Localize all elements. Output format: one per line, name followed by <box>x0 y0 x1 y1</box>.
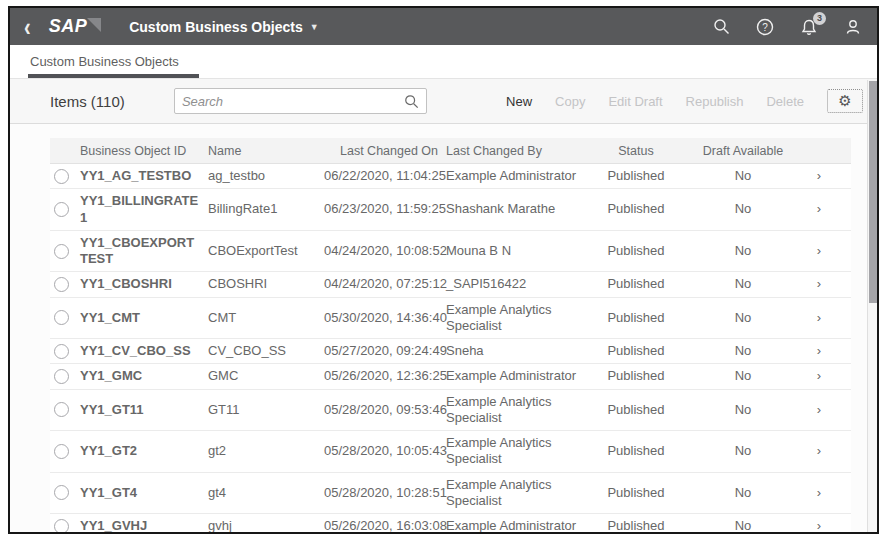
notification-badge: 3 <box>813 12 826 25</box>
app-window: ‹ SAP Custom Business Objects ▼ ? 3 Cust… <box>8 6 879 534</box>
cell-draft-available: No <box>688 514 806 534</box>
cell-status: Published <box>592 514 688 534</box>
row-select-radio[interactable] <box>54 310 69 325</box>
cell-draft-available: No <box>688 481 806 505</box>
cell-name: GT11 <box>208 398 324 422</box>
cell-name: gt2 <box>208 439 324 463</box>
help-icon[interactable]: ? <box>755 17 775 37</box>
row-select-radio[interactable] <box>54 485 69 500</box>
cell-last-changed-by: Shashank Marathe <box>446 197 592 221</box>
row-select-radio[interactable] <box>54 244 69 259</box>
search-field[interactable] <box>174 88 427 114</box>
cell-business-object-id: YY1_AG_TESTBO <box>80 164 208 188</box>
app-title-menu[interactable]: Custom Business Objects ▼ <box>129 19 318 35</box>
table-row[interactable]: YY1_GT2 gt2 05/28/2020, 10:05:43 Example… <box>50 431 851 473</box>
cell-name: gvhj <box>208 514 324 534</box>
copy-button[interactable]: Copy <box>555 94 585 109</box>
cell-business-object-id: YY1_CMT <box>80 306 208 330</box>
table-header-row: Business Object ID Name Last Changed On … <box>50 138 851 164</box>
cell-draft-available: No <box>688 164 806 188</box>
cell-status: Published <box>592 339 688 363</box>
row-select-radio[interactable] <box>54 402 69 417</box>
table-row[interactable]: YY1_GMC GMC 05/26/2020, 12:36:25 Example… <box>50 364 851 389</box>
cell-last-changed-on: 05/30/2020, 14:36:40 <box>324 306 446 330</box>
row-select-radio[interactable] <box>54 369 69 384</box>
row-navigate-chevron-icon[interactable]: › <box>806 306 840 330</box>
cell-last-changed-on: 05/27/2020, 09:24:49 <box>324 339 446 363</box>
column-header-business-object-id: Business Object ID <box>80 139 208 163</box>
table-row[interactable]: YY1_GT11 GT11 05/28/2020, 09:53:46 Examp… <box>50 390 851 432</box>
cell-business-object-id: YY1_CBOEXPORTTEST <box>80 231 208 272</box>
title-dropdown-icon: ▼ <box>310 22 319 32</box>
table-row[interactable]: YY1_CBOSHRI CBOSHRI 04/24/2020, 07:25:12… <box>50 272 851 297</box>
gear-icon: ⚙ <box>838 92 851 110</box>
table-row[interactable]: YY1_AG_TESTBO ag_testbo 06/22/2020, 11:0… <box>50 164 851 189</box>
search-input[interactable] <box>182 94 404 109</box>
cell-name: CBOExportTest <box>208 239 324 263</box>
row-navigate-chevron-icon[interactable]: › <box>806 164 840 188</box>
cell-status: Published <box>592 197 688 221</box>
app-title: Custom Business Objects <box>129 19 303 35</box>
cell-status: Published <box>592 398 688 422</box>
notifications-bell-icon[interactable]: 3 <box>799 17 819 37</box>
table-row[interactable]: YY1_CBOEXPORTTEST CBOExportTest 04/24/20… <box>50 231 851 273</box>
cell-name: GMC <box>208 364 324 388</box>
cell-status: Published <box>592 364 688 388</box>
cell-draft-available: No <box>688 439 806 463</box>
cell-status: Published <box>592 306 688 330</box>
row-navigate-chevron-icon[interactable]: › <box>806 514 840 534</box>
row-navigate-chevron-icon[interactable]: › <box>806 272 840 296</box>
cell-last-changed-by: Example Analytics Specialist <box>446 431 592 472</box>
table-settings-button[interactable]: ⚙ <box>827 89 863 113</box>
row-select-radio[interactable] <box>54 444 69 459</box>
row-select-radio[interactable] <box>54 169 69 184</box>
row-navigate-chevron-icon[interactable]: › <box>806 439 840 463</box>
cell-last-changed-on: 05/28/2020, 10:05:43 <box>324 439 446 463</box>
row-navigate-chevron-icon[interactable]: › <box>806 197 840 221</box>
edit-draft-button[interactable]: Edit Draft <box>608 94 662 109</box>
delete-button[interactable]: Delete <box>766 94 804 109</box>
cell-last-changed-on: 06/22/2020, 11:04:25 <box>324 164 446 188</box>
republish-button[interactable]: Republish <box>686 94 744 109</box>
cell-status: Published <box>592 164 688 188</box>
row-navigate-chevron-icon[interactable]: › <box>806 239 840 263</box>
row-navigate-chevron-icon[interactable]: › <box>806 364 840 388</box>
back-icon[interactable]: ‹ <box>24 14 31 39</box>
cell-last-changed-by: Example Analytics Specialist <box>446 390 592 431</box>
scrollbar-thumb[interactable] <box>869 81 877 303</box>
search-magnifier-icon[interactable] <box>404 94 419 109</box>
cell-business-object-id: YY1_BILLINGRATE1 <box>80 189 208 230</box>
row-select-radio[interactable] <box>54 519 69 534</box>
sap-logo: SAP <box>49 16 102 37</box>
cell-name: BillingRate1 <box>208 197 324 221</box>
row-navigate-chevron-icon[interactable]: › <box>806 339 840 363</box>
row-navigate-chevron-icon[interactable]: › <box>806 481 840 505</box>
cell-last-changed-by: Example Analytics Specialist <box>446 473 592 514</box>
row-navigate-chevron-icon[interactable]: › <box>806 398 840 422</box>
vertical-scrollbar[interactable] <box>867 80 877 532</box>
cell-last-changed-by: Example Administrator <box>446 514 592 534</box>
new-button[interactable]: New <box>506 94 532 109</box>
table-row[interactable]: YY1_CV_CBO_SS CV_CBO_SS 05/27/2020, 09:2… <box>50 339 851 364</box>
row-select-radio[interactable] <box>54 202 69 217</box>
table-row[interactable]: YY1_BILLINGRATE1 BillingRate1 06/23/2020… <box>50 189 851 231</box>
cell-name: CBOSHRI <box>208 272 324 296</box>
user-avatar-icon[interactable] <box>843 17 863 37</box>
items-count-label: Items (110) <box>50 93 125 110</box>
cell-business-object-id: YY1_CBOSHRI <box>80 272 208 296</box>
row-select-radio[interactable] <box>54 277 69 292</box>
cell-draft-available: No <box>688 398 806 422</box>
table-toolbar: Items (110) New Copy Edit Draft Republis… <box>10 79 877 123</box>
cell-draft-available: No <box>688 306 806 330</box>
cell-last-changed-by: Example Analytics Specialist <box>446 298 592 339</box>
table-row[interactable]: YY1_GT4 gt4 05/28/2020, 10:28:51 Example… <box>50 473 851 515</box>
table-row[interactable]: YY1_CMT CMT 05/30/2020, 14:36:40 Example… <box>50 298 851 340</box>
column-header-last-changed-by: Last Changed By <box>446 139 592 163</box>
tab-custom-business-objects[interactable]: Custom Business Objects <box>28 54 181 78</box>
table-row[interactable]: YY1_GVHJ gvhj 05/26/2020, 16:03:08 Examp… <box>50 514 851 534</box>
row-select-radio[interactable] <box>54 344 69 359</box>
search-icon[interactable] <box>711 17 731 37</box>
cell-status: Published <box>592 439 688 463</box>
cell-status: Published <box>592 481 688 505</box>
tab-bar: Custom Business Objects <box>10 45 877 79</box>
